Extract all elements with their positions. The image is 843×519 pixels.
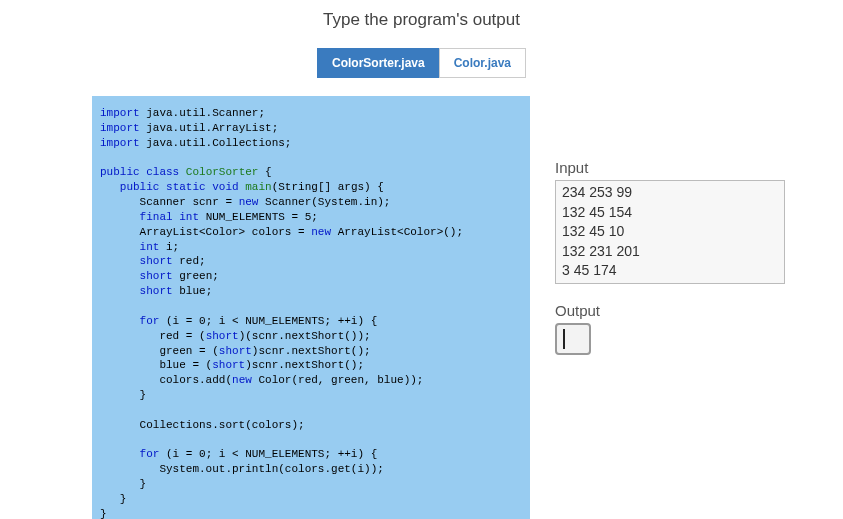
code-text: green = ( (100, 345, 219, 357)
keyword: class (146, 166, 179, 178)
output-label: Output (555, 302, 785, 319)
code-text: java.util.Scanner; (140, 107, 265, 119)
keyword: import (100, 137, 140, 149)
code-text: )scnr.nextShort(); (245, 359, 364, 371)
input-line: 132 45 154 (562, 203, 778, 223)
code-text: System.out.println(colors.get(i)); (100, 463, 384, 475)
code-text: red; (173, 255, 206, 267)
code-text: Color(red, green, blue)); (252, 374, 424, 386)
code-text: i; (159, 241, 179, 253)
code-text: blue = ( (100, 359, 212, 371)
keyword: import (100, 107, 140, 119)
code-text: ArrayList<Color>(); (331, 226, 463, 238)
code-text: colors.add( (100, 374, 232, 386)
input-line: 3 45 174 (562, 261, 778, 281)
keyword: int (140, 241, 160, 253)
code-viewer: import java.util.Scanner; import java.ut… (92, 96, 530, 519)
tab-color[interactable]: Color.java (439, 48, 526, 78)
code-text: (i = 0; i < NUM_ELEMENTS; ++i) { (159, 448, 377, 460)
keyword: import (100, 122, 140, 134)
input-line: 132 231 201 (562, 242, 778, 262)
code-text: )scnr.nextShort(); (252, 345, 371, 357)
input-label: Input (555, 159, 785, 176)
keyword: static (166, 181, 206, 193)
keyword: for (140, 315, 160, 327)
keyword: short (140, 255, 173, 267)
code-text: (String[] args) { (272, 181, 384, 193)
code-text: { (258, 166, 271, 178)
keyword: void (212, 181, 238, 193)
right-panel: Input 234 253 99 132 45 154 132 45 10 13… (555, 96, 785, 519)
keyword: new (311, 226, 331, 238)
code-text: } (100, 493, 126, 505)
code-text: Collections.sort(colors); (100, 419, 305, 431)
text-cursor-icon (563, 329, 565, 349)
code-text: green; (173, 270, 219, 282)
keyword: int (179, 211, 199, 223)
code-text: Scanner(System.in); (258, 196, 390, 208)
keyword: public (100, 166, 140, 178)
input-line: 132 45 10 (562, 222, 778, 242)
exercise-container: Type the program's output ColorSorter.ja… (0, 10, 843, 519)
keyword: short (219, 345, 252, 357)
keyword: new (239, 196, 259, 208)
keyword: short (140, 270, 173, 282)
code-text: )(scnr.nextShort()); (239, 330, 371, 342)
code-text: } (100, 478, 146, 490)
keyword: final (140, 211, 173, 223)
input-box: 234 253 99 132 45 154 132 45 10 132 231 … (555, 180, 785, 284)
code-text: (i = 0; i < NUM_ELEMENTS; ++i) { (159, 315, 377, 327)
keyword: new (232, 374, 252, 386)
code-text: red = ( (100, 330, 206, 342)
keyword: short (140, 285, 173, 297)
input-line: 234 253 99 (562, 183, 778, 203)
classname: ColorSorter (186, 166, 259, 178)
code-text: NUM_ELEMENTS = 5; (199, 211, 318, 223)
output-input[interactable] (555, 323, 591, 355)
keyword: for (140, 448, 160, 460)
code-text: } (100, 508, 107, 519)
code-text: Scanner scnr = (100, 196, 239, 208)
keyword: short (212, 359, 245, 371)
content-row: import java.util.Scanner; import java.ut… (0, 96, 843, 519)
page-title: Type the program's output (0, 10, 843, 30)
code-text: java.util.Collections; (140, 137, 292, 149)
keyword: short (206, 330, 239, 342)
code-text: java.util.ArrayList; (140, 122, 279, 134)
file-tabs: ColorSorter.java Color.java (0, 48, 843, 78)
methodname: main (245, 181, 271, 193)
tab-colorsorter[interactable]: ColorSorter.java (317, 48, 439, 78)
code-text: } (100, 389, 146, 401)
code-text: blue; (173, 285, 213, 297)
keyword: public (120, 181, 160, 193)
code-text: ArrayList<Color> colors = (100, 226, 311, 238)
